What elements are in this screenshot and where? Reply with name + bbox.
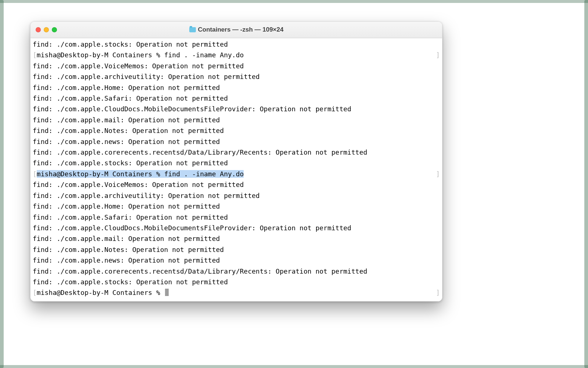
terminal-output-line: find: ./com.apple.corerecents.recentsd/D… — [33, 266, 440, 277]
terminal-output-line: find: ./com.apple.VoiceMemos: Operation … — [33, 179, 440, 190]
cursor-icon — [165, 289, 169, 296]
terminal-output-line: find: ./com.apple.Home: Operation not pe… — [33, 201, 440, 212]
terminal-output-line: find: ./com.apple.corerecents.recentsd/D… — [33, 147, 440, 158]
terminal-output-line: find: ./com.apple.stocks: Operation not … — [33, 158, 440, 168]
terminal-prompt-line: [misha@Desktop-by-M Containers % find . … — [33, 50, 440, 60]
window-titlebar[interactable]: Containers — -zsh — 109×24 — [31, 22, 442, 38]
window-title: Containers — -zsh — 109×24 — [31, 26, 442, 33]
terminal-prompt-line: [misha@Desktop-by-M Containers % ] — [33, 287, 440, 298]
terminal-output-line: find: ./com.apple.news: Operation not pe… — [33, 136, 440, 147]
terminal-prompt-line: [misha@Desktop-by-M Containers % find . … — [33, 169, 440, 179]
prompt-text: misha@Desktop-by-M Containers % find . -… — [37, 51, 244, 59]
terminal-output-line: find: ./com.apple.CloudDocs.MobileDocume… — [33, 104, 440, 114]
terminal-output-line: find: ./com.apple.Notes: Operation not p… — [33, 244, 440, 255]
bracket-left: [ — [33, 170, 37, 178]
terminal-output-line: find: ./com.apple.CloudDocs.MobileDocume… — [33, 223, 440, 233]
terminal-viewport[interactable]: find: ./com.apple.stocks: Operation not … — [31, 38, 442, 301]
terminal-window: Containers — -zsh — 109×24 find: ./com.a… — [30, 21, 442, 302]
terminal-output-line: find: ./com.apple.VoiceMemos: Operation … — [33, 61, 440, 71]
terminal-output-line: find: ./com.apple.news: Operation not pe… — [33, 255, 440, 266]
prompt-text: misha@Desktop-by-M Containers % — [37, 289, 164, 296]
terminal-output-line: find: ./com.apple.archiveutility: Operat… — [33, 71, 440, 82]
terminal-output-line: find: ./com.apple.Safari: Operation not … — [33, 212, 440, 223]
prompt-text: misha@Desktop-by-M Containers % find . -… — [37, 170, 244, 178]
folder-icon — [189, 27, 196, 32]
terminal-output-line: find: ./com.apple.stocks: Operation not … — [33, 39, 440, 50]
terminal-output-line: find: ./com.apple.Safari: Operation not … — [33, 93, 440, 104]
terminal-output-line: find: ./com.apple.Home: Operation not pe… — [33, 82, 440, 93]
bracket-left: [ — [33, 289, 37, 296]
bracket-right: ] — [436, 50, 440, 60]
window-controls — [31, 27, 57, 32]
minimize-button[interactable] — [44, 27, 49, 32]
window-title-text: Containers — -zsh — 109×24 — [198, 26, 284, 33]
terminal-output-line: find: ./com.apple.stocks: Operation not … — [33, 277, 440, 287]
close-button[interactable] — [36, 27, 41, 32]
terminal-output-line: find: ./com.apple.archiveutility: Operat… — [33, 190, 440, 201]
bracket-right: ] — [436, 287, 440, 298]
terminal-output-line: find: ./com.apple.mail: Operation not pe… — [33, 233, 440, 244]
bracket-right: ] — [436, 169, 440, 179]
bracket-left: [ — [33, 51, 37, 59]
zoom-button[interactable] — [52, 27, 57, 32]
terminal-output-line: find: ./com.apple.Notes: Operation not p… — [33, 125, 440, 136]
terminal-output-line: find: ./com.apple.mail: Operation not pe… — [33, 115, 440, 125]
